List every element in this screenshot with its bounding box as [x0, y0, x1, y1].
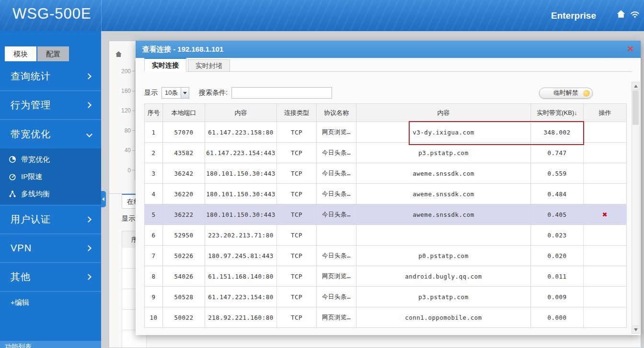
cell-protocol [317, 225, 356, 246]
sidebar-subitem-multiline-balance[interactable]: 多线均衡 [0, 185, 101, 202]
cell-content2: p3.pstatp.com [356, 287, 531, 307]
cell-content1: 61.147.223.154:80 [205, 287, 277, 307]
y-tick-label: 160 [121, 88, 131, 94]
tick-mark [132, 170, 135, 170]
column-header[interactable]: 实时带宽(KB)↓ [531, 104, 584, 122]
cell-content2: aweme.snssdk.com [356, 184, 531, 204]
tab-modules[interactable]: 模块 [5, 46, 36, 61]
cell-content1: 223.202.213.71:80 [205, 225, 277, 246]
terminate-connection-icon[interactable]: ✖ [602, 210, 608, 219]
sidebar-item-label: VPN [11, 243, 32, 254]
y-tick: 80 [115, 121, 135, 140]
cell-type: TCP [277, 246, 317, 266]
table-row[interactable]: 436220180.101.150.30:443TCP今日头条…aweme.sn… [145, 184, 627, 204]
chevron-down-icon[interactable] [181, 88, 189, 98]
table-header-row: 序号本地端口内容连接类型协议名称内容实时带宽(KB)↓操作 [145, 104, 627, 122]
scroll-down-icon[interactable] [632, 326, 639, 333]
y-tick: 40 [115, 141, 135, 160]
table-row[interactable]: 336242180.101.150.30:443TCP今日头条…aweme.sn… [145, 163, 627, 184]
sidebar-footer-function-list[interactable]: 功能列表 [0, 341, 101, 348]
temporary-unban-button[interactable]: 临时解禁 [539, 88, 593, 99]
cell-no: 5 [145, 204, 163, 225]
home-icon[interactable] [616, 10, 626, 20]
chart-y-axis: 20016012080400 [115, 61, 135, 180]
column-header[interactable]: 内容 [205, 104, 277, 122]
y-tick-label: 120 [121, 107, 131, 114]
display-label: 显示 [144, 89, 158, 97]
cell-no: 8 [145, 266, 163, 287]
cell-protocol: 今日头条… [317, 143, 356, 163]
sidebar-collapse-handle[interactable] [101, 191, 106, 207]
cell-content2: p3.pstatp.com [356, 143, 531, 163]
cell-type: TCP [277, 184, 317, 204]
column-header[interactable]: 本地端口 [163, 104, 205, 122]
cell-content1: 218.92.221.160:80 [205, 307, 277, 328]
close-icon[interactable]: ✕ [627, 45, 634, 54]
tab-realtime-connections[interactable]: 实时连接 [144, 58, 186, 72]
sidebar-edit-link[interactable]: +编辑 [0, 292, 101, 314]
tick-mark [132, 130, 135, 131]
y-tick-label: 40 [125, 147, 131, 154]
cell-content1: 61.147.223.154:443 [205, 143, 277, 163]
table-row[interactable]: 15707061.147.223.158:80TCP网页浏览…v3-dy.ixi… [145, 122, 627, 143]
chevron-right-icon [85, 245, 92, 251]
column-header[interactable]: 连接类型 [277, 104, 317, 122]
tick-mark [132, 91, 135, 91]
cell-type: TCP [277, 266, 317, 287]
vertical-scrollbar[interactable] [632, 82, 640, 334]
sidebar-item-user-authentication[interactable]: 用户认证 [0, 205, 101, 234]
tick-mark [132, 71, 135, 71]
scroll-up-icon[interactable] [632, 82, 639, 90]
column-header[interactable]: 协议名称 [317, 104, 356, 122]
column-header[interactable]: 内容 [356, 104, 531, 122]
chevron-down-icon [86, 131, 92, 137]
cell-bandwidth: 0.023 [531, 225, 584, 246]
wifi-icon[interactable] [630, 10, 640, 20]
bandwidth-submenu: 带宽优化 IP限速 多线均衡 [0, 148, 101, 205]
table-row[interactable]: 85402661.151.168.140:80TCP网页浏览…android.b… [145, 266, 627, 287]
sidebar-item-other[interactable]: 其他 [0, 263, 101, 292]
chevron-left-icon [102, 197, 104, 201]
column-header[interactable]: 序号 [145, 104, 163, 122]
table-row[interactable]: 536222180.101.150.30:443TCP今日头条…aweme.sn… [145, 204, 627, 225]
gauge-icon [9, 173, 16, 180]
sidebar-item-label: 其他 [11, 270, 31, 283]
cell-content2: android.bugly.qq.com [356, 266, 531, 287]
cell-port: 52950 [163, 225, 205, 246]
cell-protocol: 今日头条… [317, 246, 356, 266]
search-input[interactable] [231, 87, 332, 99]
table-row[interactable]: 95052861.147.223.154:80TCP今日头条…p3.pstatp… [145, 287, 627, 307]
sidebar-item-bandwidth-optimization[interactable]: 带宽优化 [0, 120, 101, 148]
cell-bandwidth: 0.405 [531, 204, 584, 225]
page-size-select[interactable]: 10条 [161, 87, 189, 99]
chevron-right-icon [85, 274, 92, 280]
sidebar-item-query-statistics[interactable]: 查询统计 [0, 62, 101, 91]
tab-realtime-blocking[interactable]: 实时封堵 [188, 59, 230, 72]
cell-port: 36242 [163, 163, 205, 184]
table-row[interactable]: 24358261.147.223.154:443TCP今日头条…p3.pstat… [145, 143, 627, 163]
cell-no: 1 [145, 122, 163, 143]
cell-content2: conn1.oppomobile.com [356, 307, 531, 328]
table-row[interactable]: 1050022218.92.221.160:80TCP网页浏览…conn1.op… [145, 307, 627, 328]
breadcrumb-home-icon[interactable] [115, 51, 122, 59]
tab-configuration[interactable]: 配置 [37, 46, 69, 61]
chevron-right-icon [85, 73, 92, 79]
dialog-title-bar[interactable]: 查看连接 - 192.168.1.101 ✕ [136, 41, 641, 58]
column-header[interactable]: 操作 [584, 104, 627, 122]
cell-type: TCP [277, 307, 317, 328]
sidebar-item-behavior-management[interactable]: 行为管理 [0, 91, 101, 120]
sidebar-item-vpn[interactable]: VPN [0, 234, 101, 263]
edition-label: Enterprise [551, 11, 596, 21]
sidebar-item-label: 行为管理 [11, 99, 51, 112]
table-row[interactable]: 652950223.202.213.71:80TCP0.023 [145, 225, 627, 246]
dialog-title: 查看连接 - 192.168.1.101 [142, 45, 223, 53]
cell-content2 [356, 225, 531, 246]
unban-button-label: 临时解禁 [553, 89, 578, 96]
chevron-right-icon [85, 102, 92, 108]
cell-content1: 180.101.150.30:443 [205, 163, 277, 184]
cell-no: 10 [145, 307, 163, 328]
scrollbar-thumb[interactable] [632, 90, 639, 125]
sidebar-subitem-ip-rate-limit[interactable]: IP限速 [0, 168, 101, 185]
sidebar-subitem-bandwidth-optimization[interactable]: 带宽优化 [0, 151, 101, 168]
table-row[interactable]: 750226180.97.245.81:443TCP今日头条…p0.pstatp… [145, 246, 627, 266]
